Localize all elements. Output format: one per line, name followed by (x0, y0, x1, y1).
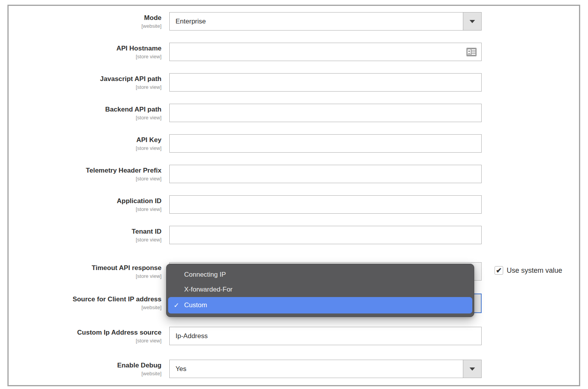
menu-option-label: Connecting IP (184, 271, 226, 279)
field-label: Enable Debug (9, 362, 161, 369)
js-api-path-input[interactable] (169, 73, 482, 92)
form-row-custom-ip: Custom Ip Address source [store view] (9, 327, 579, 345)
checkbox-checked-icon[interactable]: ✔ (495, 266, 503, 275)
form-row-tenant-id: Tenant ID [store view] (9, 226, 579, 244)
form-row-timeout: Timeout API response [store view] Connec… (9, 262, 579, 281)
field-label-block: Source for Client IP address [website] (9, 294, 161, 310)
field-label-block: Tenant ID [store view] (9, 226, 161, 243)
field-label-block: Timeout API response [store view] (9, 262, 161, 279)
field-label-block: Backend API path [store view] (9, 104, 161, 121)
enable-debug-select[interactable]: Yes (169, 360, 482, 378)
field-label: Application ID (9, 197, 161, 205)
field-control (169, 134, 482, 153)
field-label: Source for Client IP address (9, 295, 161, 303)
contact-card-icon (466, 48, 477, 56)
field-scope: [website] (9, 371, 161, 376)
form-row-application-id: Application ID [store view] (9, 195, 579, 214)
menu-option-label: X-forwarded-For (184, 286, 233, 294)
field-scope: [website] (9, 23, 161, 29)
select-dropdown-menu: Connecting IP X-forwarded-For ✓ Custom (166, 264, 474, 317)
field-label-block: Telemetry Header Prefix [store view] (9, 165, 161, 182)
field-label-block: Enable Debug [website] (9, 360, 161, 376)
content-frame: Mode [website] Enterprise API Hostname [… (7, 5, 580, 386)
form-row-api-key: API Key [store view] (9, 134, 579, 153)
form-row-telemetry-prefix: Telemetry Header Prefix [store view] (9, 165, 579, 183)
use-system-value-label: Use system value (507, 267, 562, 275)
field-control (169, 226, 482, 244)
field-label: Custom Ip Address source (9, 329, 161, 337)
field-control: Connecting IP X-forwarded-For ✓ Custom (169, 262, 482, 281)
field-label-block: Custom Ip Address source [store view] (9, 327, 161, 344)
field-control (169, 73, 482, 92)
field-label: Backend API path (9, 106, 161, 113)
field-label-block: Javascript API path [store view] (9, 73, 161, 90)
application-id-input[interactable] (169, 195, 482, 214)
field-label: Tenant ID (9, 228, 161, 236)
form-row-enable-debug: Enable Debug [website] Yes (9, 360, 579, 378)
config-form: Mode [website] Enterprise API Hostname [… (9, 6, 579, 378)
tenant-id-input[interactable] (169, 226, 482, 244)
select-value: Enterprise (170, 13, 206, 30)
field-label: Timeout API response (9, 264, 161, 272)
api-key-input[interactable] (169, 134, 482, 153)
field-scope: [store view] (9, 338, 161, 344)
field-control (169, 165, 482, 183)
check-icon: ✓ (174, 301, 184, 310)
field-scope: [store view] (9, 237, 161, 243)
form-row-mode: Mode [website] Enterprise (9, 12, 579, 31)
field-scope: [store view] (9, 54, 161, 59)
field-label: API Key (9, 136, 161, 144)
telemetry-prefix-input[interactable] (169, 165, 482, 183)
field-label-block: API Key [store view] (9, 134, 161, 151)
field-label: API Hostname (9, 45, 161, 52)
field-control: Enterprise (169, 12, 482, 31)
use-system-value-control[interactable]: ✔ Use system value (495, 266, 562, 275)
field-scope: [store view] (9, 273, 161, 279)
field-label-block: Mode [website] (9, 12, 161, 29)
field-label: Mode (9, 14, 161, 22)
api-hostname-input[interactable] (169, 43, 482, 61)
chevron-down-icon (463, 13, 481, 30)
field-scope: [store view] (9, 206, 161, 212)
field-scope: [store view] (9, 145, 161, 151)
settings-page: Mode [website] Enterprise API Hostname [… (0, 0, 588, 389)
menu-option-connecting-ip[interactable]: Connecting IP (168, 267, 472, 282)
custom-ip-source-input[interactable] (169, 327, 482, 345)
form-row-api-hostname: API Hostname [store view] (9, 43, 579, 61)
field-scope: [website] (9, 304, 161, 310)
field-label-block: Application ID [store view] (9, 195, 161, 212)
field-control (169, 195, 482, 214)
form-row-js-api-path: Javascript API path [store view] (9, 73, 579, 92)
field-label: Javascript API path (9, 75, 161, 83)
field-control (169, 104, 482, 122)
field-scope: [store view] (9, 115, 161, 121)
menu-option-custom[interactable]: ✓ Custom (168, 297, 472, 313)
field-control: Yes (169, 360, 482, 378)
field-label: Telemetry Header Prefix (9, 167, 161, 175)
menu-option-x-forwarded-for[interactable]: X-forwarded-For (168, 282, 472, 297)
backend-api-path-input[interactable] (169, 104, 482, 122)
field-scope: [store view] (9, 176, 161, 182)
field-scope: [store view] (9, 84, 161, 90)
mode-select[interactable]: Enterprise (169, 12, 482, 31)
field-label-block: API Hostname [store view] (9, 43, 161, 59)
field-control (169, 43, 482, 61)
menu-option-label: Custom (184, 301, 207, 309)
select-value: Yes (170, 360, 186, 378)
field-control (169, 327, 482, 345)
form-row-backend-api-path: Backend API path [store view] (9, 104, 579, 122)
chevron-down-icon (463, 360, 481, 378)
